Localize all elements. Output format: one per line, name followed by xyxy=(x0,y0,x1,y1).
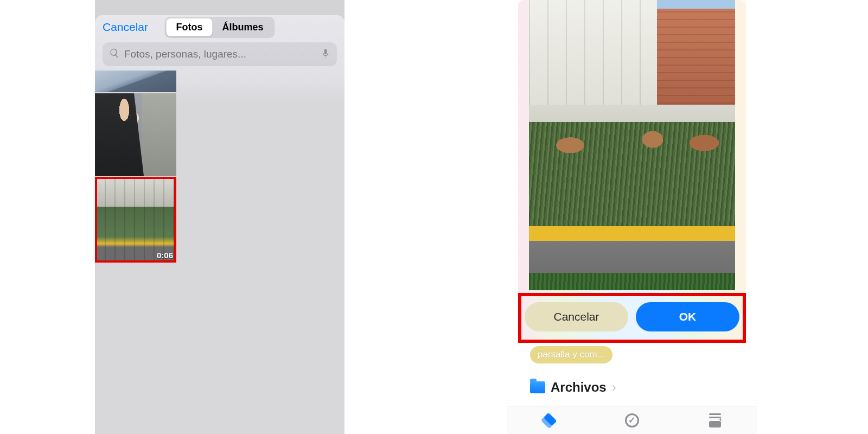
checkmark-circle-icon[interactable]: ✓ xyxy=(623,411,641,430)
video-thumbnail-selected[interactable]: 0:06 xyxy=(95,177,176,263)
bottom-toolbar: ✓ xyxy=(507,406,757,434)
action-row: Cancelar OK xyxy=(518,296,746,338)
photo-thumbnail[interactable] xyxy=(95,71,176,92)
preview-confirm-screen: Cancelar OK pantalla y com... Archivos ›… xyxy=(507,0,757,434)
truncated-caption-chip: pantalla y com... xyxy=(530,346,612,363)
folder-icon xyxy=(530,381,545,393)
search-icon xyxy=(109,48,120,61)
tab-photos[interactable]: Fotos xyxy=(166,18,212,36)
add-panel-icon[interactable] xyxy=(706,411,724,430)
photo-picker-screen: Cancelar Fotos Álbumes xyxy=(95,0,344,434)
files-row[interactable]: Archivos › xyxy=(530,380,616,395)
tab-albums[interactable]: Álbumes xyxy=(212,18,273,36)
picker-header: Cancelar Fotos Álbumes xyxy=(95,15,344,37)
picker-sheet: Cancelar Fotos Álbumes xyxy=(95,15,344,434)
photo-thumbnail[interactable] xyxy=(95,93,176,176)
chevron-right-icon: › xyxy=(612,380,616,395)
photo-grid: 0:06 xyxy=(95,71,177,264)
cancel-button[interactable]: Cancelar xyxy=(525,302,628,331)
media-preview[interactable] xyxy=(529,0,735,290)
files-label: Archivos xyxy=(551,380,607,395)
cancel-button[interactable]: Cancelar xyxy=(103,21,148,34)
video-duration-label: 0:06 xyxy=(157,251,173,260)
preview-image xyxy=(529,0,735,290)
search-bar[interactable] xyxy=(103,42,337,66)
search-input[interactable] xyxy=(124,48,316,60)
microphone-icon[interactable] xyxy=(321,47,330,61)
segmented-control: Fotos Álbumes xyxy=(164,17,275,38)
layers-icon[interactable] xyxy=(540,411,558,430)
ok-button[interactable]: OK xyxy=(636,302,739,331)
